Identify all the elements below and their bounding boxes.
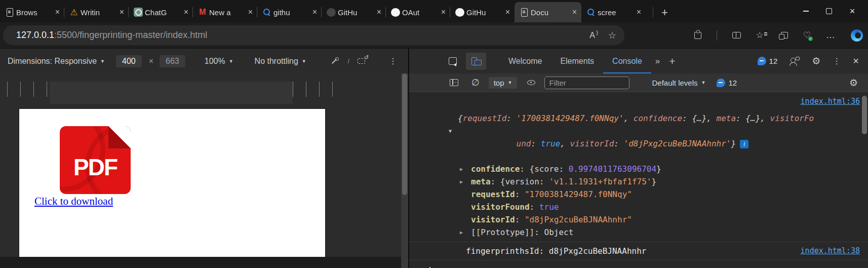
browser-tab[interactable]: Docu× xyxy=(515,2,581,22)
console-settings-icon[interactable]: ⚙ xyxy=(849,77,858,89)
console-toolbar: ∅ top ▼ Default levels ▼ 12 ⚙ xyxy=(409,73,868,92)
device-mode-toggle[interactable] xyxy=(466,53,486,70)
address-bar: 127.0.0.1:5500/fingerprinting-master/ind… xyxy=(0,22,868,48)
clear-console-icon[interactable]: ∅ xyxy=(471,77,480,88)
url-field[interactable]: 127.0.0.1:5500/fingerprinting-master/ind… xyxy=(3,25,624,45)
expand-arrow-icon[interactable]: ▶ xyxy=(460,226,463,239)
context-select[interactable]: top ▼ xyxy=(489,77,518,89)
collections-icon[interactable] xyxy=(781,32,788,39)
throttling-select[interactable]: No throttling ▼ xyxy=(255,57,306,66)
viewport-bottom-strip xyxy=(0,257,401,268)
object-preview-tokens: und: true, visitorId: 'd8jPxg2cuBeBJNAAh… xyxy=(517,139,736,148)
tab-close-icon[interactable]: × xyxy=(311,8,319,17)
more-tabs-icon[interactable]: » xyxy=(651,56,664,66)
tab-label: Writin xyxy=(81,8,116,17)
ruler-tick xyxy=(293,82,293,97)
extensions-icon[interactable] xyxy=(694,32,701,39)
console-sidebar-icon[interactable] xyxy=(450,79,458,86)
favorites-icon[interactable]: ☆ xyxy=(756,30,764,41)
console-message-object: index.html:36 {requestId: '1700381429487… xyxy=(409,93,868,242)
minimize-button[interactable] xyxy=(794,0,817,22)
devtools-close-icon[interactable]: × xyxy=(853,55,859,67)
dimensions-select[interactable]: Dimensions: Responsive xyxy=(8,57,97,66)
tab-welcome[interactable]: Welcome xyxy=(499,49,551,74)
toolbar-message-count[interactable]: 12 xyxy=(717,79,737,87)
info-icon[interactable]: i xyxy=(740,140,748,148)
device-mode-icon xyxy=(471,57,481,65)
browser-tab[interactable]: GitHu× xyxy=(450,2,515,22)
eyedropper-icon[interactable] xyxy=(330,57,339,66)
zoom-select[interactable]: 100% ▼ xyxy=(205,57,233,66)
add-devtools-tab-icon[interactable]: + xyxy=(664,55,680,67)
devtools-settings-icon[interactable]: ⚙ xyxy=(812,55,820,67)
maximize-button[interactable] xyxy=(817,0,841,22)
source-link[interactable]: index.html:36 xyxy=(801,97,860,106)
expand-arrow-icon[interactable]: ▶ xyxy=(460,163,463,175)
console-message-count[interactable]: 12 xyxy=(758,57,778,65)
browser-tab[interactable]: ChatG× xyxy=(129,2,193,22)
tab-close-icon[interactable]: × xyxy=(375,8,383,17)
device-toolbar-menu-icon[interactable]: ⋮ xyxy=(389,56,397,66)
devtools-menu-icon[interactable]: ⋮ xyxy=(833,56,841,66)
browser-tab[interactable]: GitHu× xyxy=(322,2,386,22)
tab-close-icon[interactable]: × xyxy=(635,8,643,17)
viewport-height-input[interactable]: 663 xyxy=(160,55,185,67)
browser-tab[interactable]: scree× xyxy=(581,2,646,22)
copilot-icon[interactable] xyxy=(851,29,863,42)
object-prototype-row[interactable]: ▶[[Prototype]]: Object xyxy=(458,226,861,239)
message-bubble-icon xyxy=(717,79,725,87)
object-property-row: visitorFound: true xyxy=(458,201,861,213)
ruler-tick xyxy=(332,82,333,97)
ruler-tick xyxy=(7,82,8,97)
browser-tab[interactable]: MNew a× xyxy=(193,2,257,22)
filter-input[interactable] xyxy=(544,76,629,89)
inspect-element-icon[interactable] xyxy=(449,57,458,65)
slash-divider: / xyxy=(348,58,349,65)
close-window-button[interactable]: × xyxy=(841,0,864,22)
chevron-down-icon: ▼ xyxy=(508,80,512,85)
tab-label: GitHu xyxy=(466,8,502,17)
expand-arrow-icon[interactable]: ▶ xyxy=(460,175,463,188)
tab-close-icon[interactable]: × xyxy=(571,8,578,17)
tab-close-icon[interactable]: × xyxy=(440,8,447,17)
url-text[interactable]: 127.0.0.1:5500/fingerprinting-master/ind… xyxy=(16,30,589,41)
object-property-row: visitorId: "d8jPxg2cuBeBJNAAhnhr" xyxy=(458,213,861,226)
live-expression-icon[interactable] xyxy=(527,80,535,85)
browser-tab[interactable]: ⚠Writin× xyxy=(64,2,129,22)
favorite-star-icon[interactable]: ☆ xyxy=(608,30,616,41)
object-property-row[interactable]: ▶confidence: {score: 0.9974011763096704} xyxy=(458,163,861,175)
rotate-device-icon[interactable] xyxy=(358,58,365,64)
tab-close-icon[interactable]: × xyxy=(504,8,511,17)
read-aloud-icon[interactable]: A xyxy=(589,31,595,40)
log-text: fingerprinthsId: d8jPxg2cuBeBJNAAhnhr xyxy=(466,246,646,256)
console-scrollbar[interactable] xyxy=(862,96,867,134)
browser-tab[interactable]: githu× xyxy=(257,2,322,22)
feedback-icon[interactable] xyxy=(790,57,800,66)
tab-close-icon[interactable]: × xyxy=(247,8,254,17)
tab-console[interactable]: Console xyxy=(603,49,651,74)
scrollbar-thumb[interactable] xyxy=(402,73,407,195)
page-scrollbar[interactable] xyxy=(401,73,408,268)
collapse-arrow-icon[interactable]: ▼ xyxy=(449,125,452,137)
pdf-file-icon: PDF xyxy=(60,126,131,194)
chevron-down-icon: ▼ xyxy=(229,59,233,64)
log-levels-select[interactable]: Default levels ▼ xyxy=(652,79,705,87)
tab-close-icon[interactable]: × xyxy=(182,8,190,17)
pdf-label: PDF xyxy=(60,154,131,181)
source-link[interactable]: index.html:38 xyxy=(801,245,860,257)
browser-tab[interactable]: OAut× xyxy=(386,2,450,22)
download-link[interactable]: Click to download xyxy=(34,195,113,208)
tab-close-icon[interactable]: × xyxy=(54,8,61,17)
tab-close-icon[interactable]: × xyxy=(118,8,126,17)
new-tab-button[interactable]: + xyxy=(658,6,671,19)
console-prompt[interactable]: > xyxy=(409,260,868,268)
times-label: × xyxy=(149,57,153,66)
viewport-width-input[interactable]: 400 xyxy=(116,55,142,67)
browser-essentials-icon[interactable]: ♡ xyxy=(803,30,811,41)
object-property-row[interactable]: ▶meta: {version: 'v1.1.1931+fbfaf1f75'} xyxy=(458,175,861,188)
browser-tab[interactable]: Brows× xyxy=(0,2,64,22)
page-pane: Dimensions: Responsive ▼ 400 × 663 100% … xyxy=(0,48,408,268)
tab-elements[interactable]: Elements xyxy=(551,49,603,74)
settings-menu-icon[interactable]: … xyxy=(826,30,836,41)
split-screen-icon[interactable] xyxy=(732,32,741,39)
